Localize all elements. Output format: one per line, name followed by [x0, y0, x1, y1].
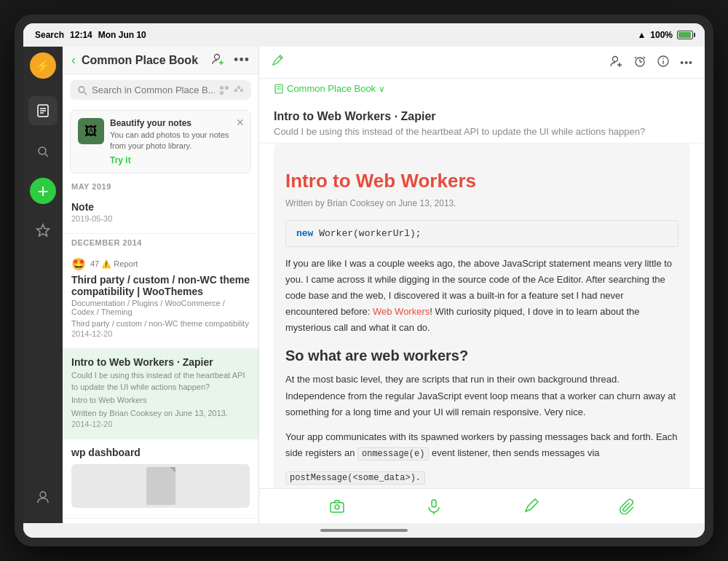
- document-thumb: [146, 467, 175, 505]
- add-button[interactable]: +: [30, 178, 56, 204]
- search-icon: [77, 85, 87, 95]
- svg-point-18: [241, 89, 243, 91]
- time-display: 12:14: [70, 30, 92, 40]
- note-emoji: 🤩: [71, 257, 86, 271]
- notes-header: ‹ Common Place Book •••: [63, 47, 258, 74]
- list-item[interactable]: Note 2019-05-30: [63, 194, 258, 234]
- article-meta: Written by Brian Cooksey on June 13, 201…: [285, 198, 678, 208]
- icon-sidebar: ⚡: [23, 47, 63, 523]
- promo-image: 🖼: [78, 118, 104, 144]
- topbar-left: [271, 55, 284, 71]
- user-sidebar-icon[interactable]: [28, 482, 58, 511]
- list-item[interactable]: Intro to Web Workers · Zapier Could I be…: [63, 349, 258, 439]
- notes-header-left: ‹ Common Place Book: [71, 52, 198, 68]
- search-svg: [36, 144, 50, 159]
- add-collaborator-icon[interactable]: [610, 55, 623, 71]
- note-title: Third party / custom / non-WC theme comp…: [71, 274, 250, 297]
- scan-icon: [219, 85, 229, 95]
- svg-point-7: [40, 492, 46, 498]
- search-bar: [70, 80, 251, 100]
- sidebar-bottom: [28, 482, 58, 517]
- notes-panel: ‹ Common Place Book •••: [63, 47, 259, 523]
- svg-marker-6: [37, 224, 50, 236]
- status-right: ▲ 100%: [637, 30, 693, 40]
- battery-icon: [677, 31, 693, 39]
- tablet-screen: Search 12:14 Mon Jun 10 ▲ 100% ⚡: [23, 23, 705, 538]
- article-container: Intro to Web Workers Written by Brian Co…: [274, 144, 690, 488]
- article-para-1: If you are like I was a couple weeks ago…: [285, 256, 678, 336]
- list-item[interactable]: wp dashboard: [63, 439, 258, 519]
- article-para-3: Your app communicates with its spawned w…: [285, 429, 678, 461]
- svg-point-17: [235, 89, 237, 91]
- article-title: Intro to Web Workers: [285, 170, 678, 192]
- edit-icon[interactable]: [271, 55, 284, 71]
- inline-code-2: postMessage(<some_data>).: [285, 471, 425, 484]
- note-date: 2014-12-20: [71, 329, 250, 338]
- article-link[interactable]: Web Workers: [373, 306, 430, 317]
- svg-point-32: [335, 505, 339, 509]
- app-container: ⚡: [23, 47, 705, 523]
- attachment-button[interactable]: [620, 498, 636, 514]
- alarm-icon[interactable]: [633, 55, 646, 71]
- home-indicator: [23, 523, 705, 538]
- search-input[interactable]: [92, 85, 215, 95]
- back-button[interactable]: ‹: [71, 52, 76, 68]
- note-stats: 47 ⚠️ Report: [90, 259, 138, 269]
- note-body[interactable]: Intro to Web Workers Written by Brian Co…: [259, 144, 705, 488]
- note-title: Intro to Web Workers · Zapier: [71, 356, 250, 368]
- promo-card: 🖼 Beautify your notes You can add photos…: [70, 110, 251, 173]
- inline-code-1: onmessage(e): [357, 447, 429, 460]
- svg-point-11: [79, 87, 84, 93]
- info-icon[interactable]: [657, 55, 670, 71]
- notes-svg: [36, 103, 50, 118]
- content-toolbar: [259, 488, 705, 523]
- svg-line-5: [45, 154, 48, 157]
- code-keyword: new: [296, 228, 313, 239]
- home-bar: [320, 529, 408, 532]
- microphone-button[interactable]: [426, 498, 442, 514]
- header-icons: •••: [212, 52, 250, 68]
- camera-button[interactable]: [329, 498, 345, 514]
- promo-description: You can add photos to your notes from yo…: [110, 130, 243, 152]
- svg-point-16: [238, 86, 240, 88]
- status-bar: Search 12:14 Mon Jun 10 ▲ 100%: [23, 23, 705, 47]
- topbar-right: •••: [610, 55, 693, 71]
- note-main-title: Intro to Web Workers · Zapier: [274, 110, 690, 123]
- breadcrumb-label[interactable]: Common Place Book: [287, 83, 376, 94]
- list-item[interactable]: 🤩 47 ⚠️ Report Third party / custom / no…: [63, 250, 258, 349]
- promo-title: Beautify your notes: [110, 118, 243, 128]
- content-topbar: •••: [259, 47, 705, 79]
- section-header-may2019: MAY 2019: [63, 178, 258, 194]
- lightning-icon[interactable]: ⚡: [30, 52, 56, 79]
- note-subtitle: Could I be using this instead of the hea…: [274, 126, 690, 137]
- star-icon[interactable]: [28, 216, 58, 245]
- battery-percent: 100%: [650, 30, 673, 40]
- user-svg: [36, 490, 50, 504]
- note-thumbnail: [71, 464, 250, 508]
- more-options-icon[interactable]: •••: [234, 52, 250, 68]
- notes-icon[interactable]: [28, 96, 58, 125]
- add-user-icon[interactable]: [212, 52, 225, 68]
- notes-panel-title: Common Place Book: [82, 54, 198, 67]
- svg-point-19: [613, 56, 618, 61]
- breadcrumb-chevron: ∨: [379, 84, 385, 94]
- promo-content: Beautify your notes You can add photos t…: [110, 118, 243, 165]
- note-date: 2019-05-30: [71, 214, 250, 223]
- svg-rect-14: [226, 87, 228, 89]
- search-sidebar-icon[interactable]: [28, 137, 58, 166]
- code-block: new Worker(workerUrl);: [285, 220, 678, 247]
- search-label: Search: [35, 30, 64, 40]
- note-desc: Could I be using this instead of the hea…: [71, 370, 250, 393]
- note-date: 2014-12-20: [71, 420, 250, 428]
- breadcrumb-row: Common Place Book ∨: [259, 79, 705, 98]
- svg-rect-15: [221, 92, 223, 94]
- more-content-icon[interactable]: •••: [680, 57, 693, 68]
- promo-cta[interactable]: Try it: [110, 155, 243, 165]
- notebook-icon: [274, 84, 284, 94]
- pen-button[interactable]: [523, 498, 539, 514]
- section-header-dec2014: DECEMBER 2014: [63, 234, 258, 250]
- star-svg: [36, 223, 50, 238]
- promo-close-button[interactable]: ✕: [236, 117, 245, 128]
- note-sub-desc: Intro to Web Workers: [71, 395, 250, 406]
- emoji-row: 🤩 47 ⚠️ Report: [71, 257, 250, 271]
